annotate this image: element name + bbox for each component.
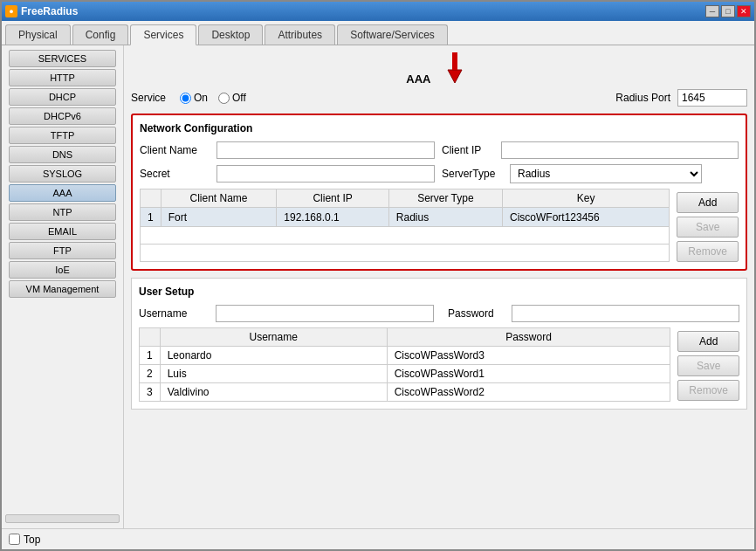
user-row-username: Valdivino [160, 383, 387, 402]
table-row[interactable]: 1 Fort 192.168.0.1 Radius CiscoWFort1234… [141, 208, 670, 227]
sidebar-item-services[interactable]: SERVICES [9, 50, 116, 67]
sidebar-item-aaa[interactable]: AAA [9, 184, 116, 202]
main-area: AAA Service On [124, 45, 754, 528]
password-label: Password [448, 307, 505, 320]
network-save-button[interactable]: Save [677, 217, 739, 238]
sidebar-item-ntp[interactable]: NTP [9, 203, 116, 221]
sidebar-item-syslog[interactable]: SYSLOG [9, 165, 116, 183]
username-input[interactable] [216, 305, 434, 322]
title-bar: ● FreeRadius ─ □ ✕ [2, 2, 754, 21]
network-table-header-row: Client Name Client IP Server Type Key [141, 189, 670, 208]
network-remove-button[interactable]: Remove [677, 241, 739, 262]
row-num: 1 [141, 208, 162, 227]
user-row-num: 1 [140, 347, 161, 365]
user-row-num: 3 [140, 383, 161, 402]
service-label: Service [131, 92, 166, 104]
sidebar-item-dhcp[interactable]: DHCP [9, 88, 116, 106]
sidebar-scrollbar[interactable] [5, 514, 120, 523]
table-row[interactable]: 2 Luis CiscoWPassWord1 [140, 365, 670, 383]
tab-services[interactable]: Services [130, 24, 196, 45]
table-row-empty1 [141, 227, 670, 245]
maximize-button[interactable]: □ [721, 5, 735, 17]
sidebar-item-tftp[interactable]: TFTP [9, 127, 116, 144]
aaa-header-section: AAA [131, 52, 747, 86]
radius-port-input[interactable] [677, 89, 747, 107]
row-key: CiscoWFort123456 [503, 208, 670, 227]
table-row[interactable]: 3 Valdivino CiscoWPassWord2 [140, 383, 670, 402]
col-server-type: Server Type [388, 189, 502, 208]
user-setup-section: User Setup Username Password Username [131, 278, 747, 410]
client-name-input[interactable] [216, 141, 435, 159]
service-off-label: Off [232, 92, 246, 104]
service-on-label: On [194, 92, 208, 104]
user-row-password: CiscoWPassWord2 [387, 383, 670, 402]
user-row-num: 2 [140, 365, 161, 383]
user-row-username: Leonardo [160, 347, 387, 365]
row-server-type: Radius [388, 208, 502, 227]
service-row: Service On Off Radius Port [131, 89, 747, 107]
tab-config[interactable]: Config [72, 24, 129, 45]
user-btn-group: Add Save Remove [677, 327, 739, 402]
service-radio-group: On Off [180, 92, 246, 104]
user-table-header-row: Username Password [140, 328, 670, 347]
client-ip-label: Client IP [442, 144, 494, 156]
row-client-name: Fort [161, 208, 277, 227]
top-checkbox-label[interactable]: Top [9, 534, 40, 546]
client-ip-input[interactable] [501, 141, 739, 159]
title-bar-left: ● FreeRadius [5, 5, 78, 17]
service-off-radio[interactable]: Off [218, 92, 246, 104]
secret-label: Secret [140, 168, 210, 180]
sidebar-item-vm[interactable]: VM Management [9, 280, 116, 298]
sidebar-item-email[interactable]: EMAIL [9, 223, 116, 240]
network-table-section: Client Name Client IP Server Type Key 1 … [140, 189, 739, 262]
sidebar-item-dhcpv6[interactable]: DHCPv6 [9, 107, 116, 125]
minimize-button[interactable]: ─ [705, 5, 719, 17]
network-btn-group: Add Save Remove [677, 189, 739, 262]
app-icon: ● [5, 5, 17, 17]
user-col-username: Username [160, 328, 387, 347]
service-off-input[interactable] [218, 93, 230, 104]
username-label: Username [139, 307, 209, 320]
user-row-password: CiscoWPassWord3 [387, 347, 670, 365]
user-save-button[interactable]: Save [677, 355, 739, 376]
client-name-row: Client Name Client IP [140, 141, 739, 159]
sidebar-item-ftp[interactable]: FTP [9, 242, 116, 259]
sidebar-item-ioe[interactable]: IoE [9, 261, 116, 279]
tab-software-services[interactable]: Software/Services [337, 24, 448, 45]
close-button[interactable]: ✕ [737, 5, 751, 17]
network-config-section: Network Configuration Client Name Client… [131, 114, 747, 271]
aaa-title: AAA [406, 72, 430, 86]
col-client-name: Client Name [161, 189, 277, 208]
col-num [141, 189, 162, 208]
service-on-radio[interactable]: On [180, 92, 208, 104]
tab-bar: Physical Config Services Desktop Attribu… [2, 21, 754, 45]
top-label: Top [24, 534, 40, 546]
table-row-empty2 [141, 245, 670, 262]
tab-physical[interactable]: Physical [5, 24, 71, 45]
window-title: FreeRadius [21, 5, 78, 17]
user-add-button[interactable]: Add [677, 331, 739, 352]
top-checkbox[interactable] [9, 534, 20, 545]
network-add-button[interactable]: Add [677, 192, 739, 213]
user-setup-title: User Setup [139, 286, 739, 298]
user-table: Username Password 1 Leonardo CiscoWPassW… [139, 327, 670, 402]
secret-input[interactable] [216, 165, 435, 183]
service-on-input[interactable] [180, 93, 191, 104]
user-remove-button[interactable]: Remove [677, 380, 739, 401]
network-table: Client Name Client IP Server Type Key 1 … [140, 189, 670, 262]
row-client-ip: 192.168.0.1 [277, 208, 388, 227]
main-window: ● FreeRadius ─ □ ✕ Physical Config Servi… [0, 0, 756, 551]
sidebar-item-dns[interactable]: DNS [9, 146, 116, 163]
sidebar-item-http[interactable]: HTTP [9, 69, 116, 86]
bottom-bar: Top [2, 528, 754, 549]
radius-port-label: Radius Port [615, 92, 670, 104]
tab-desktop[interactable]: Desktop [198, 24, 263, 45]
server-type-select[interactable]: Radius TACACS+ Local [510, 164, 702, 183]
password-input[interactable] [512, 305, 739, 322]
table-row[interactable]: 1 Leonardo CiscoWPassWord3 [140, 347, 670, 365]
user-col-num [140, 328, 161, 347]
down-arrow-icon [437, 52, 472, 86]
sidebar: SERVICES HTTP DHCP DHCPv6 TFTP DNS SYSLO… [2, 45, 124, 528]
tab-attributes[interactable]: Attributes [265, 24, 335, 45]
secret-row: Secret ServerType Radius TACACS+ Local [140, 164, 739, 183]
